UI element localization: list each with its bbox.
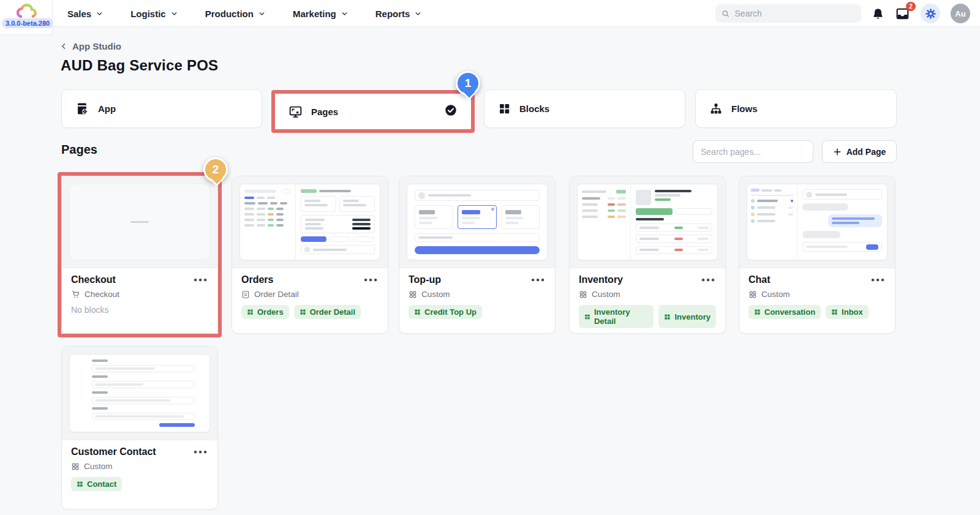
settings-button[interactable] xyxy=(921,4,940,23)
avatar-initials: Au xyxy=(955,9,965,18)
selected-check-icon xyxy=(444,103,458,119)
tag-label: Credit Top Up xyxy=(424,307,477,317)
page-thumbnail xyxy=(62,176,217,268)
notifications-button[interactable] xyxy=(872,7,884,20)
page-card-info: Customer Contact ●●● Custom Contact xyxy=(62,440,217,498)
grid-icon xyxy=(71,462,80,471)
blocks-icon xyxy=(498,102,511,115)
page-thumbnail xyxy=(739,176,895,268)
card-menu-button[interactable]: ●●● xyxy=(701,277,716,283)
add-page-button[interactable]: Add Page xyxy=(822,140,897,163)
nav-label: Sales xyxy=(67,9,91,19)
tags-row: Conversation Inbox xyxy=(748,305,886,319)
nav-reports[interactable]: Reports xyxy=(375,9,423,19)
cloud-logo-icon xyxy=(15,3,39,20)
page-card-info: Checkout ●●● Checkout No blocks xyxy=(62,268,217,322)
page-card-subtitle: Custom xyxy=(748,290,886,299)
chevron-down-icon xyxy=(170,10,178,18)
avatar[interactable]: Au xyxy=(951,4,970,23)
grid-tag-icon xyxy=(754,309,761,315)
version-badge: 3.0.0-beta.280 xyxy=(2,18,53,28)
page-card-title: Checkout xyxy=(71,274,116,285)
page-card-checkout[interactable]: Checkout ●●● Checkout No blocks xyxy=(61,176,218,334)
page-card-topup[interactable]: Top-up ●●● Custom Credit Top Up xyxy=(399,176,556,334)
breadcrumb-label: App Studio xyxy=(72,41,121,51)
grid-tag-icon xyxy=(664,314,671,320)
grid-icon xyxy=(748,290,757,299)
inbox-button[interactable]: 2 xyxy=(895,6,910,21)
nav-sales[interactable]: Sales xyxy=(67,9,104,19)
nav-marketing[interactable]: Marketing xyxy=(293,9,349,19)
pages-section-heading: Pages xyxy=(61,143,97,157)
grid-tag-icon xyxy=(831,309,838,315)
tag-label: Inbox xyxy=(842,307,863,317)
grid-icon xyxy=(409,290,417,299)
app-logo[interactable]: 3.0.0-beta.280 xyxy=(0,0,53,35)
annotation-step1-pin: 1 xyxy=(456,71,480,96)
grid-tag-icon xyxy=(247,309,254,315)
search-input[interactable] xyxy=(735,9,855,18)
tags-row: Contact xyxy=(71,477,208,491)
global-search[interactable] xyxy=(715,4,861,23)
tag-label: Inventory xyxy=(674,312,710,321)
subtitle-text: Custom xyxy=(592,290,620,299)
tab-flows[interactable]: Flows xyxy=(695,89,897,128)
flows-icon xyxy=(709,102,723,116)
page-card-title: Chat xyxy=(748,274,771,285)
page-card-title: Inventory xyxy=(579,274,623,285)
tab-label: App xyxy=(98,103,116,114)
tab-blocks[interactable]: Blocks xyxy=(484,89,685,128)
page-card-subtitle: Checkout xyxy=(71,290,208,299)
card-menu-button[interactable]: ●●● xyxy=(194,449,208,455)
header-actions: 2 Au xyxy=(715,0,970,27)
form-preview xyxy=(69,354,210,432)
page-card-info: Inventory ●●● Custom Inventory Detail In… xyxy=(570,268,725,334)
page-card-inventory[interactable]: Inventory ●●● Custom Inventory Detail In… xyxy=(569,176,726,334)
inventory-preview xyxy=(577,184,718,260)
inbox-count-badge: 2 xyxy=(906,2,916,11)
subtitle-text: Order Detail xyxy=(254,290,299,299)
bell-icon xyxy=(872,7,884,20)
breadcrumb[interactable]: App Studio xyxy=(60,41,121,51)
page-thumbnail xyxy=(232,176,388,268)
grid-tag-icon xyxy=(300,309,306,315)
tab-app[interactable]: App xyxy=(61,89,262,128)
subtitle-text: Checkout xyxy=(85,290,119,299)
grid-tag-icon xyxy=(584,314,590,320)
page-thumbnail xyxy=(570,176,725,268)
search-pages-input[interactable] xyxy=(693,140,813,163)
orders-preview xyxy=(239,184,380,260)
nav-logistic[interactable]: Logistic xyxy=(130,9,178,19)
no-blocks-status: No blocks xyxy=(71,305,208,315)
subtitle-text: Custom xyxy=(421,290,450,299)
tag-label: Order Detail xyxy=(310,307,355,317)
nav-production[interactable]: Production xyxy=(205,9,266,19)
block-tag: Orders xyxy=(241,305,289,319)
card-menu-button[interactable]: ●●● xyxy=(871,277,886,283)
grid-tag-icon xyxy=(414,309,421,315)
card-menu-button[interactable]: ●●● xyxy=(531,277,546,283)
chevron-down-icon xyxy=(96,10,104,18)
page-card-info: Chat ●●● Custom Conversation Inbox xyxy=(739,268,895,326)
page-thumbnail xyxy=(399,176,555,268)
grid-icon xyxy=(579,290,587,299)
block-tag: Order Detail xyxy=(294,305,361,319)
page-card-chat[interactable]: Chat ●●● Custom Conversation Inbox xyxy=(739,176,895,334)
tab-pages[interactable]: Pages xyxy=(275,94,471,129)
page-card-customer-contact[interactable]: Customer Contact ●●● Custom Contact xyxy=(61,346,218,509)
add-page-label: Add Page xyxy=(846,147,886,157)
page-thumbnail xyxy=(62,347,217,440)
empty-preview xyxy=(69,184,210,260)
card-menu-button[interactable]: ●●● xyxy=(194,277,208,283)
page-card-orders[interactable]: Orders ●●● Order Detail Orders Order Det… xyxy=(232,176,388,334)
top-header: Sales Logistic Production Marketing Repo… xyxy=(0,0,980,27)
card-menu-button[interactable]: ●●● xyxy=(364,277,379,283)
page-card-subtitle: Order Detail xyxy=(241,290,379,299)
block-tag: Contact xyxy=(71,477,122,491)
page-card-info: Top-up ●●● Custom Credit Top Up xyxy=(399,268,555,326)
chevron-down-icon xyxy=(414,10,422,18)
tab-label: Blocks xyxy=(519,103,549,114)
gear-icon xyxy=(925,8,937,20)
tag-label: Orders xyxy=(257,307,284,317)
document-icon xyxy=(241,290,250,299)
